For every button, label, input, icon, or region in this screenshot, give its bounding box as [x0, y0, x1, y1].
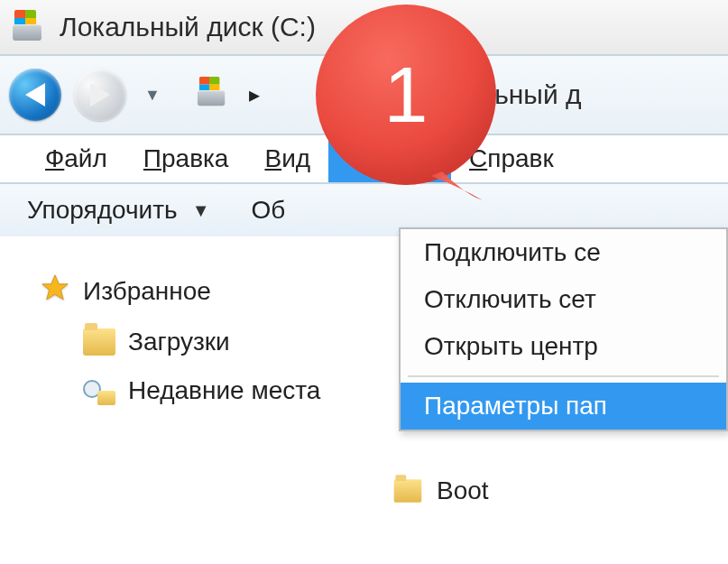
organize-button[interactable]: Упорядочить — [27, 196, 178, 225]
menu-edit[interactable]: Правка — [125, 135, 247, 182]
navigation-pane: Избранное Загрузки Недавние места — [0, 236, 379, 564]
folder-icon — [394, 479, 422, 503]
menu-item-folder-options[interactable]: Параметры пап — [401, 383, 726, 430]
window-title: Локальный диск (C:) — [60, 12, 316, 42]
nav-back-button[interactable] — [9, 69, 61, 121]
sidebar-favorites[interactable]: Избранное — [36, 264, 379, 319]
file-name: Boot — [437, 476, 489, 505]
breadcrumb-segment[interactable]: Локальный д — [419, 79, 582, 110]
breadcrumb-chevron-icon[interactable]: ▸ — [249, 82, 260, 107]
drive-icon — [9, 8, 47, 46]
sidebar-favorites-label: Избранное — [83, 277, 211, 306]
sidebar-downloads[interactable]: Загрузки — [36, 319, 379, 365]
menu-view[interactable]: Вид — [246, 135, 328, 182]
menu-separator — [408, 375, 719, 377]
nav-forward-button[interactable] — [74, 69, 126, 121]
title-bar: Локальный диск (C:) — [0, 0, 728, 54]
arrow-right-icon — [90, 83, 110, 106]
list-item[interactable]: Boot — [392, 471, 728, 511]
address-drive-icon[interactable] — [193, 75, 233, 115]
menu-help[interactable]: Справк — [451, 135, 572, 182]
address-bar: ▼ ▸ ▸ Локальный д — [0, 54, 728, 135]
sidebar-downloads-label: Загрузки — [128, 328, 230, 356]
menu-tools[interactable]: Сервис — [328, 135, 451, 182]
folder-icon — [83, 328, 115, 356]
star-icon — [40, 273, 70, 310]
menu-bar: Файл Правка Вид Сервис Справк — [0, 135, 728, 182]
menu-file[interactable]: Файл — [27, 135, 125, 182]
svg-marker-0 — [42, 275, 68, 300]
menu-item-disconnect-drive[interactable]: Отключить сет — [401, 276, 726, 323]
menu-item-map-drive[interactable]: Подключить се — [401, 229, 726, 276]
toolbar-open-button[interactable]: Об — [251, 196, 285, 225]
recent-places-icon — [83, 374, 115, 407]
sidebar-recent-label: Недавние места — [128, 376, 320, 405]
menu-item-open-sync-center[interactable]: Открыть центр — [401, 323, 726, 370]
nav-history-chevron-icon[interactable]: ▼ — [139, 86, 166, 105]
arrow-left-icon — [25, 83, 45, 106]
breadcrumb-chevron-icon[interactable]: ▸ — [388, 82, 399, 107]
sidebar-recent[interactable]: Недавние места — [36, 365, 379, 416]
tools-dropdown-menu: Подключить се Отключить сет Открыть цент… — [399, 227, 728, 431]
chevron-down-icon[interactable]: ▼ — [192, 200, 210, 221]
